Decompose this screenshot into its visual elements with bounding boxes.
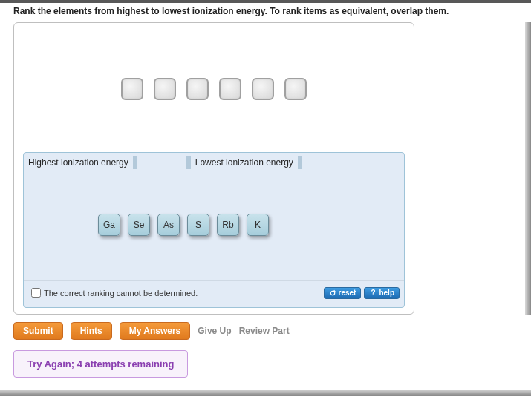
action-bar: Submit Hints My Answers Give Up Review P… bbox=[0, 315, 531, 340]
submit-button[interactable]: Submit bbox=[13, 322, 63, 340]
reset-button[interactable]: reset bbox=[324, 287, 362, 299]
cannot-determine-label: The correct ranking cannot be determined… bbox=[44, 289, 198, 298]
rank-slot[interactable] bbox=[252, 78, 274, 100]
rank-slot[interactable] bbox=[284, 78, 307, 100]
divider-icon bbox=[186, 156, 191, 169]
my-answers-button[interactable]: My Answers bbox=[120, 322, 191, 340]
divider-icon bbox=[298, 156, 302, 169]
element-tile[interactable]: Ga bbox=[98, 214, 120, 236]
element-tile[interactable]: Rb bbox=[217, 214, 239, 236]
element-tile-row: Ga Se As S Rb K bbox=[24, 169, 404, 280]
review-part-link[interactable]: Review Part bbox=[239, 326, 290, 336]
divider-icon bbox=[133, 156, 137, 169]
rank-slot[interactable] bbox=[219, 78, 241, 100]
rank-slot[interactable] bbox=[186, 78, 209, 100]
hints-button[interactable]: Hints bbox=[71, 322, 112, 340]
element-tile[interactable]: Se bbox=[128, 214, 150, 236]
rank-slot[interactable] bbox=[121, 78, 143, 100]
instruction-text: Rank the elements from highest to lowest… bbox=[0, 3, 531, 22]
help-label: help bbox=[379, 289, 394, 297]
element-tile[interactable]: As bbox=[157, 214, 180, 236]
feedback-message: Try Again; 4 attempts remaining bbox=[13, 350, 188, 378]
ranking-slots bbox=[23, 30, 405, 152]
low-label: Lowest ionization energy bbox=[195, 157, 293, 168]
element-tile[interactable]: S bbox=[187, 214, 209, 236]
help-button[interactable]: ? help bbox=[364, 287, 400, 299]
reset-icon bbox=[329, 289, 336, 297]
ranking-workspace: Highest ionization energy Lowest ionizat… bbox=[13, 22, 414, 315]
rank-slot[interactable] bbox=[154, 78, 176, 100]
element-tile[interactable]: K bbox=[247, 214, 269, 236]
help-icon: ? bbox=[369, 289, 377, 297]
give-up-link[interactable]: Give Up bbox=[198, 326, 231, 336]
ranking-zone: Highest ionization energy Lowest ionizat… bbox=[23, 152, 405, 308]
reset-label: reset bbox=[339, 289, 356, 297]
high-label: Highest ionization energy bbox=[28, 157, 128, 168]
cannot-determine-checkbox[interactable] bbox=[31, 288, 41, 298]
